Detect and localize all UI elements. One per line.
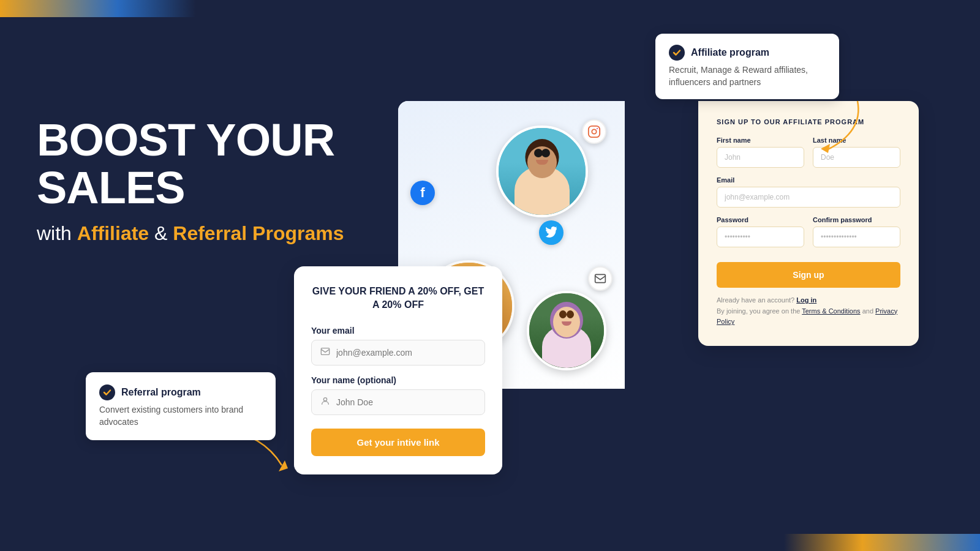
- affiliate-callout-desc: Recruit, Manage & Reward affiliates, inf…: [669, 64, 826, 88]
- subtitle-affiliate: Affiliate: [77, 222, 149, 244]
- and-text: and: [862, 307, 873, 315]
- login-link[interactable]: Log in: [796, 296, 816, 304]
- svg-point-4: [597, 128, 598, 129]
- signup-button[interactable]: Sign up: [717, 262, 900, 288]
- svg-rect-2: [589, 126, 600, 137]
- password-label: Password: [717, 216, 804, 223]
- email-input-wrap: [311, 340, 485, 365]
- subtitle-referral: Referral Programs: [173, 222, 344, 244]
- confirm-password-input[interactable]: [813, 227, 900, 247]
- terms-link[interactable]: Terms & Conditions: [802, 307, 860, 315]
- referral-form-headline: GIVE YOUR FRIEND A 20% OFF, GET A 20% OF…: [311, 285, 485, 312]
- svg-rect-5: [595, 274, 606, 282]
- referral-callout-card: Referral program Convert existing custom…: [86, 372, 276, 440]
- aff-email-input[interactable]: [717, 187, 900, 208]
- name-input[interactable]: [336, 397, 476, 407]
- email-icon: [588, 266, 612, 291]
- referral-check-icon: [99, 384, 115, 400]
- firstname-field: First name: [717, 137, 804, 168]
- name-input-wrap: [311, 389, 485, 415]
- email-input[interactable]: [336, 348, 476, 358]
- twitter-icon: [539, 220, 564, 245]
- svg-rect-6: [321, 348, 329, 354]
- instagram-icon: [582, 119, 606, 144]
- referral-callout-title: Referral program: [99, 384, 262, 400]
- svg-point-7: [323, 397, 326, 400]
- subtitle-prefix: with: [37, 222, 77, 244]
- get-link-button[interactable]: Get your intive link: [311, 429, 485, 456]
- name-label: Your name (optional): [311, 375, 485, 385]
- firstname-input[interactable]: [717, 147, 804, 168]
- affiliate-callout-title: Affiliate program: [669, 45, 826, 61]
- email-label: Your email: [311, 326, 485, 335]
- corner-bar-top: [0, 0, 196, 17]
- hero-title: BOOST YOUR SALES: [37, 116, 392, 211]
- confirm-password-label: Confirm password: [813, 216, 900, 223]
- already-text: Already have an account?: [717, 296, 794, 304]
- referral-form-panel: GIVE YOUR FRIEND A 20% OFF, GET A 20% OF…: [294, 266, 502, 474]
- password-input[interactable]: [717, 227, 804, 247]
- avatar-woman2: [527, 291, 606, 370]
- aff-footer: Already have an account? Log in By joini…: [717, 295, 900, 328]
- arrow-right-curve: [809, 95, 870, 159]
- firstname-label: First name: [717, 137, 804, 144]
- hero-section: BOOST YOUR SALES with Affiliate & Referr…: [37, 116, 392, 245]
- password-field: Password: [717, 216, 804, 247]
- svg-point-3: [592, 129, 596, 133]
- envelope-icon: [320, 347, 330, 359]
- corner-bar-bottom: [784, 534, 980, 551]
- subtitle-middle: &: [149, 222, 173, 244]
- confirm-password-field: Confirm password: [813, 216, 900, 247]
- affiliate-check-icon: [669, 45, 685, 61]
- affiliate-callout-card: Affiliate program Recruit, Manage & Rewa…: [655, 34, 839, 99]
- joining-text: By joining, you agree on the: [717, 307, 800, 315]
- person-icon: [320, 396, 330, 408]
- aff-email-label: Email: [717, 176, 900, 184]
- hero-subtitle: with Affiliate & Referral Programs: [37, 222, 392, 245]
- email-field: Email: [717, 176, 900, 208]
- svg-marker-1: [821, 144, 830, 153]
- avatar-man: [496, 126, 588, 217]
- facebook-icon: f: [410, 181, 435, 205]
- password-row: Password Confirm password: [717, 216, 900, 247]
- referral-callout-desc: Convert existing customers into brand ad…: [99, 404, 262, 428]
